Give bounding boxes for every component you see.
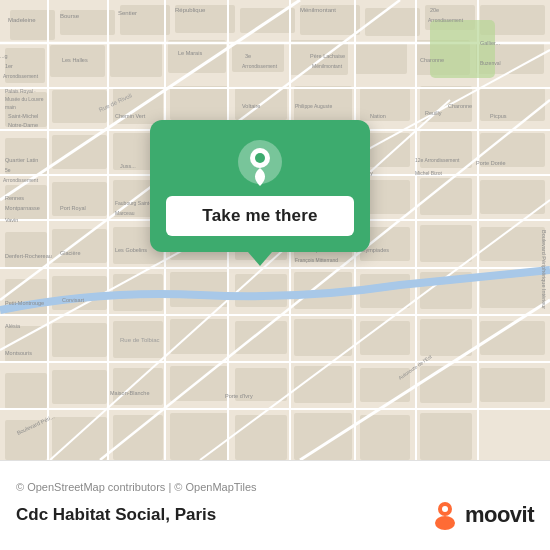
svg-point-189 (435, 516, 455, 530)
svg-text:Denfert-Rochereau: Denfert-Rochereau (5, 253, 52, 259)
svg-point-191 (442, 506, 448, 512)
svg-rect-11 (365, 8, 420, 36)
svg-text:Arrondissement: Arrondissement (3, 73, 39, 79)
svg-text:Charonne: Charonne (448, 103, 472, 109)
svg-text:Madeleine: Madeleine (8, 17, 36, 23)
svg-rect-75 (420, 319, 472, 356)
svg-text:Palais Royal ·: Palais Royal · (5, 88, 36, 94)
svg-text:Juss...: Juss... (120, 163, 136, 169)
map-view: Madeleine Bourse Sentier République Méni… (0, 0, 550, 460)
svg-text:Charonne: Charonne (420, 57, 444, 63)
svg-text:Gallier...: Gallier... (480, 40, 501, 46)
svg-text:Père Lachaise: Père Lachaise (310, 53, 345, 59)
svg-text:Musée du Louvre: Musée du Louvre (5, 96, 44, 102)
svg-text:Alésia: Alésia (5, 323, 21, 329)
svg-text:Corvisart: Corvisart (62, 297, 84, 303)
svg-rect-69 (52, 323, 107, 357)
svg-text:Petit-Montrouge: Petit-Montrouge (5, 300, 44, 306)
svg-text:Reuilly: Reuilly (425, 110, 442, 116)
svg-text:Faubourg Saint-: Faubourg Saint- (115, 200, 151, 206)
svg-rect-20 (355, 42, 407, 74)
svg-text:Les Halles: Les Halles (62, 57, 88, 63)
svg-text:Arrondissement: Arrondissement (3, 177, 39, 183)
svg-text:Vavin: Vavin (5, 217, 18, 223)
svg-text:Glacière: Glacière (60, 250, 80, 256)
svg-rect-50 (5, 232, 47, 268)
svg-text:République: République (175, 7, 206, 13)
svg-text:Porte d'Ivry: Porte d'Ivry (225, 393, 253, 399)
moovit-text: moovit (465, 502, 534, 528)
svg-rect-91 (294, 413, 352, 460)
svg-text:Montsouris: Montsouris (5, 350, 32, 356)
svg-text:Porte Dorée: Porte Dorée (476, 160, 506, 166)
svg-rect-51 (52, 229, 107, 263)
svg-text:Arrondissement: Arrondissement (428, 17, 464, 23)
svg-text:Saint-Michel: Saint-Michel (8, 113, 38, 119)
svg-text:Rue de Tolbiac: Rue de Tolbiac (120, 337, 160, 343)
take-me-there-button[interactable]: Take me there (166, 196, 354, 236)
svg-text:Philippe Auguste: Philippe Auguste (295, 103, 332, 109)
svg-point-188 (255, 153, 265, 163)
svg-rect-63 (235, 274, 287, 307)
svg-text:Ménilmontant: Ménilmontant (300, 7, 336, 13)
moovit-icon (429, 499, 461, 531)
svg-rect-57 (420, 225, 472, 262)
svg-text:Michel Bizot: Michel Bizot (415, 170, 443, 176)
svg-text:Les Gobelins: Les Gobelins (115, 247, 147, 253)
svg-rect-78 (52, 370, 107, 404)
svg-rect-87 (52, 417, 107, 460)
svg-text:Montparnasse: Montparnasse (5, 205, 40, 211)
svg-text:1er: 1er (5, 63, 13, 69)
svg-rect-79 (113, 368, 163, 405)
svg-rect-118 (430, 20, 495, 78)
svg-rect-16 (110, 42, 162, 77)
svg-text:Ménilmontant: Ménilmontant (312, 63, 343, 69)
svg-text:Nation: Nation (370, 113, 386, 119)
svg-text:5e: 5e (5, 167, 11, 173)
svg-text:Voltaire: Voltaire (242, 103, 260, 109)
svg-rect-71 (170, 319, 228, 354)
location-pin-icon (236, 138, 284, 186)
svg-text:12e Arrondissement: 12e Arrondissement (415, 157, 460, 163)
svg-rect-73 (294, 319, 352, 356)
svg-rect-88 (113, 415, 163, 460)
svg-text:Le Marais: Le Marais (178, 50, 202, 56)
svg-text:Chemin Vert: Chemin Vert (115, 113, 146, 119)
svg-rect-93 (420, 413, 472, 460)
svg-rect-62 (170, 272, 228, 307)
svg-text:Marceau: Marceau (115, 210, 135, 216)
bottom-bar: © OpenStreetMap contributors | © OpenMap… (0, 460, 550, 550)
svg-text:Arrondissement: Arrondissement (242, 63, 278, 69)
svg-text:Quartier Latin: Quartier Latin (5, 157, 38, 163)
moovit-logo: moovit (429, 499, 534, 531)
location-row: Cdc Habitat Social, Paris moovit (16, 499, 534, 531)
svg-text:Picpus: Picpus (490, 113, 507, 119)
svg-text:Sentier: Sentier (118, 10, 137, 16)
svg-rect-92 (360, 415, 410, 460)
svg-rect-85 (480, 368, 545, 402)
svg-rect-84 (420, 366, 472, 403)
svg-rect-74 (360, 321, 410, 355)
svg-text:Boulevard Périphérique Intérie: Boulevard Périphérique Intérieur (541, 230, 547, 309)
svg-rect-33 (52, 135, 107, 169)
map-attribution: © OpenStreetMap contributors | © OpenMap… (16, 481, 534, 493)
svg-text:3e: 3e (245, 53, 251, 59)
svg-rect-49 (480, 180, 545, 214)
svg-rect-72 (235, 321, 287, 354)
location-popup: Take me there (150, 120, 370, 252)
svg-text:main: main (5, 104, 16, 110)
svg-rect-26 (170, 86, 228, 120)
svg-text:Port Royal: Port Royal (60, 205, 86, 211)
svg-text:Notre-Dame: Notre-Dame (8, 122, 38, 128)
svg-rect-89 (170, 413, 228, 460)
svg-rect-77 (5, 373, 47, 409)
svg-text:...g: ...g (0, 53, 8, 59)
svg-text:20e: 20e (430, 7, 439, 13)
svg-text:Bourse: Bourse (60, 13, 80, 19)
svg-text:Buzenval: Buzenval (480, 60, 501, 66)
svg-rect-90 (235, 415, 287, 460)
location-name: Cdc Habitat Social, Paris (16, 505, 216, 525)
svg-rect-41 (5, 185, 47, 221)
svg-text:François Mitterrand: François Mitterrand (295, 257, 338, 263)
svg-text:Rennes: Rennes (5, 195, 24, 201)
